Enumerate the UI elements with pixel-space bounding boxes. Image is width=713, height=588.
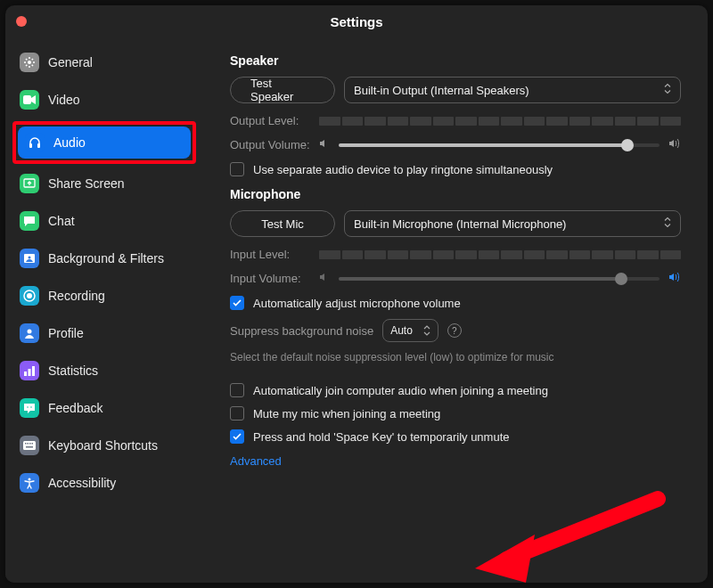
separate-audio-device-checkbox[interactable] xyxy=(230,162,244,176)
mic-device-select[interactable]: Built-in Microphone (Internal Microphone… xyxy=(344,210,681,237)
space-unmute-checkbox[interactable] xyxy=(230,429,244,444)
output-level-meter xyxy=(319,117,681,126)
sidebar-item-audio[interactable]: Audio xyxy=(18,127,191,159)
sidebar-item-feedback[interactable]: Feedback xyxy=(12,392,196,424)
highlight-annotation: Audio xyxy=(12,121,196,164)
sidebar-item-statistics[interactable]: Statistics xyxy=(12,355,196,387)
speaker-heading: Speaker xyxy=(230,53,681,68)
chevron-down-icon xyxy=(664,217,671,231)
close-window-button[interactable] xyxy=(16,16,27,27)
sidebar-item-recording[interactable]: Recording xyxy=(12,280,196,312)
svg-rect-20 xyxy=(26,446,33,448)
output-level-label: Output Level: xyxy=(230,114,319,127)
sidebar-item-profile[interactable]: Profile xyxy=(12,317,196,349)
advanced-link[interactable]: Advanced xyxy=(230,454,681,468)
svg-point-14 xyxy=(30,406,32,408)
sidebar-item-label: Audio xyxy=(53,135,86,150)
sidebar-item-label: Statistics xyxy=(48,363,98,378)
auto-join-audio-label: Automatically join computer audio when j… xyxy=(253,384,548,397)
volume-high-icon xyxy=(668,272,681,285)
sidebar-item-background-filters[interactable]: Background & Filters xyxy=(12,242,196,274)
svg-rect-11 xyxy=(29,369,31,376)
auto-adjust-mic-label: Automatically adjust microphone volume xyxy=(253,297,461,310)
speaker-device-value: Built-in Output (Internal Speakers) xyxy=(354,84,529,97)
svg-point-8 xyxy=(27,293,32,298)
mute-on-join-checkbox[interactable] xyxy=(230,406,244,421)
svg-rect-19 xyxy=(32,443,34,445)
gear-icon xyxy=(20,53,39,72)
mute-on-join-label: Mute my mic when joining a meeting xyxy=(253,407,440,421)
volume-high-icon xyxy=(668,138,681,151)
sidebar-item-label: Video xyxy=(48,93,80,107)
settings-window: Settings GeneralVideoAudioShare ScreenCh… xyxy=(5,5,708,583)
input-volume-label: Input Volume: xyxy=(230,272,319,285)
sidebar: GeneralVideoAudioShare ScreenChatBackgro… xyxy=(5,37,203,583)
input-volume-slider[interactable] xyxy=(339,277,660,281)
space-unmute-label: Press and hold 'Space Key' to temporaril… xyxy=(253,430,510,444)
feedback-icon xyxy=(20,398,39,418)
svg-rect-12 xyxy=(32,366,35,376)
svg-rect-3 xyxy=(37,143,40,148)
svg-point-9 xyxy=(28,330,32,334)
sidebar-item-accessibility[interactable]: Accessibility xyxy=(12,467,196,499)
video-icon xyxy=(20,90,39,110)
share-icon xyxy=(20,174,39,193)
sidebar-item-chat[interactable]: Chat xyxy=(12,205,196,237)
svg-rect-15 xyxy=(23,441,36,450)
mic-device-value: Built-in Microphone (Internal Microphone… xyxy=(354,217,566,231)
background-icon xyxy=(20,249,39,268)
output-volume-slider[interactable] xyxy=(339,143,660,147)
window-title: Settings xyxy=(330,14,382,29)
input-level-meter xyxy=(319,250,681,259)
record-icon xyxy=(20,286,39,306)
volume-low-icon xyxy=(319,272,330,285)
svg-point-21 xyxy=(29,478,31,481)
auto-adjust-mic-checkbox[interactable] xyxy=(230,296,244,310)
annotation-arrow-icon xyxy=(471,490,667,583)
stats-icon xyxy=(20,361,39,380)
sidebar-item-label: Recording xyxy=(48,289,105,303)
auto-join-audio-checkbox[interactable] xyxy=(230,383,244,397)
svg-rect-16 xyxy=(25,443,27,445)
sidebar-item-label: Keyboard Shortcuts xyxy=(48,438,158,453)
suppress-noise-label: Suppress background noise xyxy=(230,324,373,338)
input-level-label: Input Level: xyxy=(230,248,319,261)
svg-rect-10 xyxy=(24,372,27,376)
titlebar: Settings xyxy=(5,5,708,37)
test-speaker-button[interactable]: Test Speaker xyxy=(230,77,335,103)
separate-audio-device-label: Use separate audio device to play ringto… xyxy=(253,163,553,176)
svg-point-6 xyxy=(29,257,31,259)
volume-low-icon xyxy=(319,138,330,151)
sidebar-item-label: Chat xyxy=(48,214,75,228)
help-icon[interactable]: ? xyxy=(447,323,462,338)
svg-rect-2 xyxy=(29,143,32,148)
chevron-down-icon xyxy=(423,325,430,336)
headphones-icon xyxy=(25,133,45,152)
svg-rect-17 xyxy=(28,443,29,445)
traffic-lights xyxy=(16,16,27,27)
sidebar-item-general[interactable]: General xyxy=(12,46,196,78)
sidebar-item-share-screen[interactable]: Share Screen xyxy=(12,167,196,200)
chevron-down-icon xyxy=(664,84,671,97)
sidebar-item-label: Profile xyxy=(48,326,84,340)
test-mic-button[interactable]: Test Mic xyxy=(230,210,335,237)
sidebar-item-label: Share Screen xyxy=(48,176,125,191)
svg-rect-18 xyxy=(29,443,31,445)
accessibility-icon xyxy=(20,473,39,493)
sidebar-item-video[interactable]: Video xyxy=(12,84,196,116)
suppress-noise-select[interactable]: Auto xyxy=(382,319,438,342)
window-body: GeneralVideoAudioShare ScreenChatBackgro… xyxy=(5,37,708,583)
suppress-noise-help: Select the default noise suppression lev… xyxy=(230,351,681,363)
sidebar-item-label: Feedback xyxy=(48,401,102,415)
chat-icon xyxy=(20,211,39,231)
svg-point-0 xyxy=(28,61,31,64)
sidebar-item-label: Background & Filters xyxy=(48,251,164,265)
svg-point-13 xyxy=(27,406,29,408)
microphone-heading: Microphone xyxy=(230,187,681,201)
speaker-device-select[interactable]: Built-in Output (Internal Speakers) xyxy=(344,77,681,103)
output-volume-label: Output Volume: xyxy=(230,138,319,151)
profile-icon xyxy=(20,323,39,343)
sidebar-item-keyboard-shortcuts[interactable]: Keyboard Shortcuts xyxy=(12,429,196,461)
content-pane: Speaker Test Speaker Built-in Output (In… xyxy=(203,37,708,583)
sidebar-item-label: General xyxy=(48,55,93,69)
